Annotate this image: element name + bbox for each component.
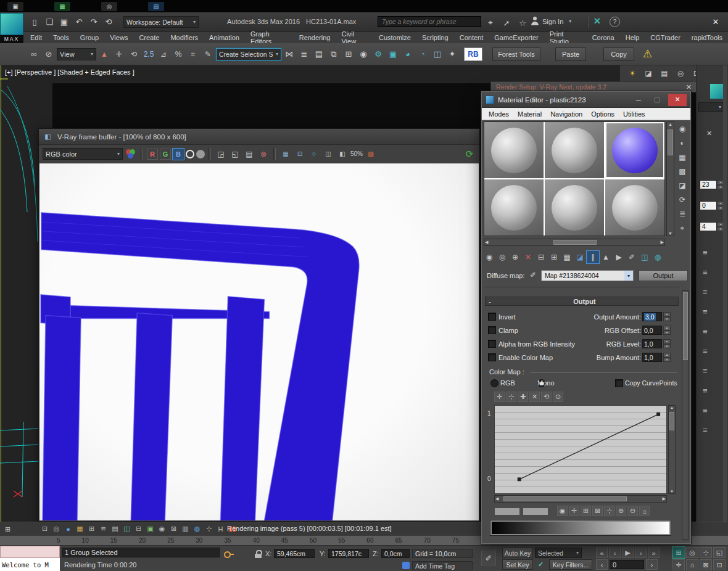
scroll-up-icon[interactable]: ▲ xyxy=(668,122,672,126)
zoom-h-icon[interactable]: ⊞ xyxy=(581,506,591,516)
material-sample[interactable] xyxy=(605,179,664,236)
layers-status-icon[interactable]: ▤ xyxy=(110,524,120,534)
render-iterative-icon[interactable]: ◔ xyxy=(416,47,429,62)
menu-item[interactable]: Civil View xyxy=(336,32,373,43)
taskbar-camera-app-icon[interactable]: ◎ xyxy=(101,2,117,11)
menu-item[interactable]: rapidTools xyxy=(686,32,728,43)
param-spinner[interactable]: ▴▾ xyxy=(663,312,671,321)
show-channels-icon[interactable]: ▦ xyxy=(279,148,292,160)
panel-field-0[interactable]: 0 xyxy=(700,201,717,210)
zoom-icon[interactable]: ◎ xyxy=(686,547,698,558)
close-button[interactable]: ✕ xyxy=(668,94,687,106)
panel-section-icon[interactable]: ≡ xyxy=(703,327,708,336)
color-map-curve-area[interactable] xyxy=(494,405,667,494)
window-close-button[interactable]: ✕ xyxy=(707,14,724,30)
sun-light-icon[interactable]: ☀ xyxy=(626,67,639,80)
panel-section-icon[interactable]: ≡ xyxy=(703,287,708,297)
isolate-selection-icon[interactable]: ⊡ xyxy=(39,524,50,534)
fetch-icon[interactable]: ⟲ xyxy=(102,15,115,28)
scroll-down-icon[interactable]: ▼ xyxy=(670,490,674,493)
delete-point-icon[interactable]: ✕ xyxy=(529,392,540,402)
exposure-control-icon[interactable]: ◪ xyxy=(642,67,655,80)
param-value-field[interactable]: 0,0 xyxy=(642,326,662,335)
menu-item[interactable]: Help xyxy=(620,32,645,43)
menu-item[interactable]: Tools xyxy=(48,32,75,43)
green-grid-icon[interactable]: ▣ xyxy=(145,524,155,534)
param-value-field[interactable]: 3,0 xyxy=(642,312,662,321)
options-icon[interactable]: ≣ xyxy=(676,208,689,220)
menu-item[interactable]: Animation xyxy=(204,32,245,43)
color-channels-icon[interactable] xyxy=(125,148,137,160)
menu-item[interactable]: Group xyxy=(75,32,105,43)
state-sets-icon[interactable]: ◫ xyxy=(431,47,444,62)
workspace-dropdown[interactable]: Workspace: Default▾ xyxy=(123,16,199,28)
scroll-down-icon[interactable]: ▼ xyxy=(668,231,672,236)
param-spinner[interactable]: ▴▾ xyxy=(663,339,671,348)
maxscript-mini-listener-icon[interactable]: ⊞ xyxy=(2,524,13,535)
align-icon[interactable]: ≣ xyxy=(297,47,311,62)
menu-item[interactable]: Customize xyxy=(373,32,416,43)
panel-section-icon[interactable]: ≡ xyxy=(703,425,708,435)
panel-section-icon[interactable]: ≡ xyxy=(703,386,708,395)
sample-vertical-scrollbar[interactable]: ▲ ▼ xyxy=(666,121,674,236)
blue-dot-icon[interactable]: ◍ xyxy=(192,524,202,534)
rgb-radio[interactable] xyxy=(490,379,498,387)
scrollbar-thumb[interactable] xyxy=(503,496,627,501)
copy-curvepoints-checkbox[interactable] xyxy=(615,379,623,387)
current-frame-field[interactable]: 0 xyxy=(610,560,644,569)
undo-icon[interactable]: ↶ xyxy=(73,15,85,28)
panel-section-icon[interactable]: ≡ xyxy=(703,366,708,376)
unlink-selection-icon[interactable]: ⊘ xyxy=(42,47,56,62)
rendered-frame-icon[interactable]: ▣ xyxy=(386,47,400,62)
zoom-in-icon[interactable]: ⊕ xyxy=(616,506,626,516)
grid-display-icon[interactable]: ▦ xyxy=(75,524,85,534)
select-by-material-icon[interactable]: ⌖ xyxy=(676,222,689,234)
favorites-star-icon[interactable]: ☆ xyxy=(517,15,528,30)
render-production-icon[interactable]: ◕ xyxy=(401,47,415,62)
snap-grid-icon[interactable]: ⊞ xyxy=(86,524,97,534)
angle-snap-icon[interactable]: ⊿ xyxy=(157,47,170,62)
fit-curve-icon[interactable]: ⌂ xyxy=(639,506,650,516)
vray-titlebar[interactable]: ◧ V-Ray frame buffer - [100% of 800 x 60… xyxy=(39,129,479,145)
select-and-rotate-icon[interactable]: ⟲ xyxy=(127,47,141,62)
viewport-label[interactable]: [+] [Perspective ] [Shaded + Edged Faces… xyxy=(5,68,134,76)
help-icon[interactable]: ? xyxy=(610,17,620,27)
green-channel-button[interactable]: G xyxy=(160,149,171,160)
z-coordinate-field[interactable]: 0,0cm xyxy=(381,549,410,558)
named-selection-set-dropdown[interactable]: Create Selection S▾ xyxy=(216,48,281,60)
set-key-check-icon[interactable]: ✓ xyxy=(538,561,544,569)
auto-key-button[interactable]: Auto Key xyxy=(502,548,533,558)
forest-tools-button[interactable]: Forest Tools xyxy=(492,47,540,61)
adaptive-degradation-icon[interactable]: ◫ xyxy=(122,524,132,534)
panel-section-icon[interactable]: ≡ xyxy=(703,248,708,257)
material-editor-icon[interactable]: ◉ xyxy=(357,47,370,62)
copy-image-icon[interactable]: ▤ xyxy=(243,148,255,160)
panel-close-icon[interactable]: ✕ xyxy=(706,129,712,138)
taskbar-blue-app-icon[interactable]: ▤ xyxy=(148,2,164,11)
taskbar-green-app-icon[interactable]: ▦ xyxy=(54,2,70,11)
y-coordinate-field[interactable]: 1759,817c xyxy=(328,549,369,558)
panel-section-icon[interactable]: ≡ xyxy=(703,307,708,316)
spinner-snap-icon[interactable]: ⌗ xyxy=(186,47,200,62)
material-sample-selected[interactable] xyxy=(605,122,664,178)
pan-curve-icon[interactable]: ◉ xyxy=(557,506,568,516)
curve-output-field[interactable] xyxy=(523,507,548,516)
get-material-icon[interactable]: ◉ xyxy=(483,251,495,263)
taskbar-window-icon[interactable]: ▣ xyxy=(7,2,23,11)
sample-horizontal-scrollbar[interactable]: ◀ ▶ xyxy=(484,239,665,246)
param-value-field[interactable]: 1,0 xyxy=(642,353,662,362)
vray-options-icon[interactable]: ▨ xyxy=(365,148,377,160)
zoom-region-curve-icon[interactable]: ⊹ xyxy=(604,506,614,516)
sample-ui-icon[interactable]: ◫ xyxy=(639,251,651,263)
channel-dropdown[interactable]: RGB color▾ xyxy=(43,148,123,160)
panel-field-4[interactable]: 4 xyxy=(700,222,717,231)
schematic-view-icon[interactable]: ⊞ xyxy=(342,47,355,62)
material-sample[interactable] xyxy=(484,179,544,236)
output-map-button[interactable]: Output xyxy=(639,270,688,281)
new-scene-icon[interactable]: ▯ xyxy=(28,15,41,28)
go-to-end-icon[interactable]: » xyxy=(648,548,660,558)
half-res-button[interactable]: 50% xyxy=(350,148,363,160)
material-editor-menu-item[interactable]: Navigation xyxy=(546,110,587,118)
render-elements-icon[interactable]: ◎ xyxy=(674,67,687,80)
field-of-view-icon[interactable]: ◱ xyxy=(713,547,726,558)
